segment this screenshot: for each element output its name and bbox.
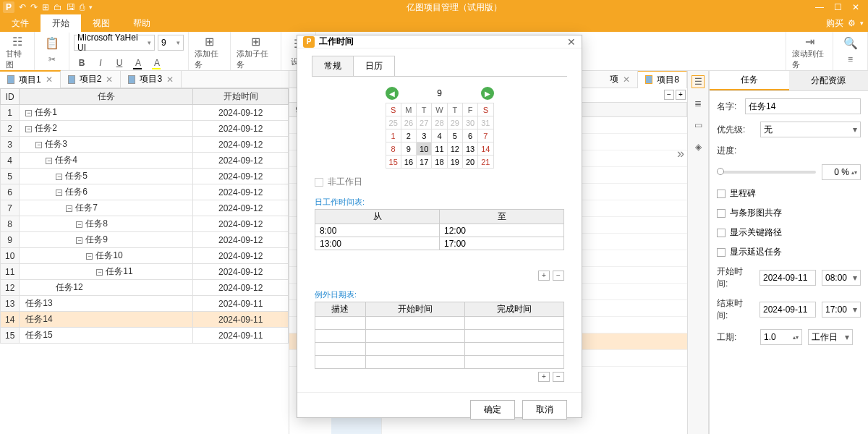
- gear-icon[interactable]: ⚙: [848, 18, 856, 28]
- collapse-icon[interactable]: −: [76, 221, 82, 228]
- calendar-day[interactable]: 26: [401, 116, 416, 129]
- bold-button[interactable]: B: [74, 55, 90, 71]
- font-family-select[interactable]: Microsoft YaHei UI▾: [74, 35, 155, 51]
- next-month-button[interactable]: ▶: [481, 87, 494, 100]
- font-color-button[interactable]: A: [130, 55, 146, 71]
- close-icon[interactable]: ✕: [852, 2, 859, 12]
- task-panel-icon[interactable]: ☰: [692, 75, 705, 88]
- task-grid[interactable]: ID 任务 开始时间 1−任务12024-09-122−任务22024-09-1…: [0, 88, 289, 434]
- collapse-icon[interactable]: −: [25, 126, 32, 132]
- progress-slider[interactable]: [717, 171, 816, 174]
- share-bar-checkbox[interactable]: 与条形图共存: [717, 207, 861, 219]
- calendar-day[interactable]: 13: [462, 142, 477, 156]
- collapse-icon[interactable]: −: [66, 205, 72, 212]
- underline-button[interactable]: U: [111, 55, 127, 71]
- calendar-day[interactable]: 19: [447, 156, 462, 169]
- table-row[interactable]: 13任务132024-09-11: [1, 296, 289, 312]
- collapse-icon[interactable]: −: [35, 142, 42, 148]
- gantt-view-button[interactable]: ☷ 甘特图: [0, 32, 35, 70]
- tab-project8[interactable]: 项目8: [638, 71, 687, 88]
- calendar-day[interactable]: 21: [478, 156, 493, 169]
- col-id[interactable]: ID: [1, 89, 20, 105]
- dialog-close-icon[interactable]: ✕: [567, 36, 576, 48]
- list-icon[interactable]: ≣: [692, 97, 705, 110]
- redo-icon[interactable]: ↷: [30, 2, 38, 12]
- table-row[interactable]: 9−任务92024-09-12: [1, 232, 289, 248]
- save-icon[interactable]: 🖫: [67, 2, 75, 12]
- prev-month-button[interactable]: ◀: [386, 87, 399, 100]
- open-icon[interactable]: 🗀: [54, 2, 62, 12]
- table-row[interactable]: 4−任务42024-09-12: [1, 153, 289, 169]
- remove-row-button[interactable]: −: [553, 271, 564, 281]
- tab-close-icon[interactable]: ✕: [46, 75, 53, 85]
- table-row[interactable]: 2−任务22024-09-12: [1, 121, 289, 137]
- calendar-day[interactable]: 16: [401, 156, 416, 169]
- exception-table[interactable]: 描述开始时间完成时间: [315, 302, 564, 369]
- collapse-icon[interactable]: −: [86, 253, 93, 260]
- font-size-select[interactable]: 9▾: [158, 35, 184, 51]
- calendar-day[interactable]: 1: [386, 129, 401, 142]
- tab-close-icon[interactable]: ✕: [166, 75, 174, 85]
- duration-input[interactable]: 1.0▴▾: [760, 329, 802, 345]
- calendar-day[interactable]: 17: [417, 156, 432, 169]
- add-exception-button[interactable]: +: [538, 372, 550, 382]
- tab-partial[interactable]: 项✕: [603, 71, 638, 88]
- tab-close-icon[interactable]: ✕: [623, 75, 630, 85]
- calendar-day[interactable]: 15: [386, 156, 401, 169]
- calendar-day[interactable]: 8: [386, 142, 401, 156]
- menu-文件[interactable]: 文件: [0, 14, 41, 33]
- collapse-icon[interactable]: −: [76, 237, 82, 244]
- calendar-day[interactable]: 10: [417, 142, 432, 156]
- tab-task-props[interactable]: 任务: [710, 71, 789, 90]
- new-icon[interactable]: ⊞: [42, 2, 49, 12]
- calendar-day[interactable]: 4: [432, 129, 447, 142]
- tag-icon[interactable]: ◈: [692, 140, 705, 153]
- add-task-button[interactable]: ⊞ 添加任务: [189, 32, 231, 70]
- table-row[interactable]: 7−任务72024-09-12: [1, 200, 289, 216]
- collapse-icon[interactable]: −: [56, 190, 62, 196]
- add-row-button[interactable]: +: [538, 271, 550, 281]
- menu-视图[interactable]: 视图: [81, 14, 122, 33]
- calendar-day[interactable]: 18: [432, 156, 447, 169]
- zoom-out-button[interactable]: −: [664, 90, 674, 100]
- duration-unit-select[interactable]: 工作日▾: [808, 329, 853, 345]
- table-row[interactable]: 1−任务12024-09-12: [1, 105, 289, 121]
- non-workday-checkbox[interactable]: 非工作日: [315, 176, 564, 188]
- doc-tab[interactable]: 项目2✕: [61, 71, 122, 88]
- calendar-day[interactable]: 2: [401, 129, 416, 142]
- clipboard-group[interactable]: 📋 ✂: [35, 32, 69, 70]
- calendar-day[interactable]: 27: [417, 116, 432, 129]
- calendar-day[interactable]: 6: [462, 129, 477, 142]
- calendar-day[interactable]: 5: [447, 129, 462, 142]
- table-row[interactable]: 6−任务62024-09-12: [1, 184, 289, 200]
- page-icon[interactable]: ▭: [692, 119, 705, 132]
- table-row[interactable]: 8−任务82024-09-12: [1, 216, 289, 232]
- calendar-day[interactable]: 28: [432, 116, 447, 129]
- menu-帮助[interactable]: 帮助: [122, 14, 162, 33]
- show-delay-checkbox[interactable]: 显示延迟任务: [717, 246, 861, 258]
- table-row[interactable]: 3−任务32024-09-12: [1, 137, 289, 153]
- col-task[interactable]: 任务: [20, 89, 193, 105]
- table-row[interactable]: 5−任务52024-09-12: [1, 169, 289, 184]
- doc-tab[interactable]: 项目3✕: [121, 71, 182, 88]
- menu-开始[interactable]: 开始: [41, 14, 81, 33]
- undo-icon[interactable]: ↶: [19, 2, 26, 12]
- start-date-input[interactable]: 2024-09-11: [760, 270, 816, 286]
- tab-resources[interactable]: 分配资源: [789, 71, 869, 90]
- table-row[interactable]: 12任务122024-09-12: [1, 280, 289, 296]
- calendar-day[interactable]: 30: [462, 116, 477, 129]
- show-critical-checkbox[interactable]: 显示关键路径: [717, 226, 861, 239]
- calendar-day[interactable]: 25: [386, 116, 401, 129]
- progress-value[interactable]: 0 %▴▾: [822, 164, 861, 180]
- work-time-table[interactable]: 从至 8:0012:0013:0017:00: [315, 209, 564, 250]
- calendar-day[interactable]: 12: [447, 142, 462, 156]
- tab-close-icon[interactable]: ✕: [106, 75, 113, 85]
- table-row[interactable]: 14任务142024-09-11: [1, 312, 289, 328]
- expand-arrow-icon[interactable]: »: [677, 146, 684, 161]
- calendar-day[interactable]: 29: [447, 116, 462, 129]
- dialog-tab-general[interactable]: 常规: [312, 56, 354, 76]
- scroll-to-task-button[interactable]: ⇥ 滚动到任务: [786, 32, 833, 70]
- collapse-icon[interactable]: −: [56, 174, 62, 180]
- collapse-icon[interactable]: −: [96, 269, 103, 276]
- dialog-tab-calendar[interactable]: 日历: [353, 56, 395, 76]
